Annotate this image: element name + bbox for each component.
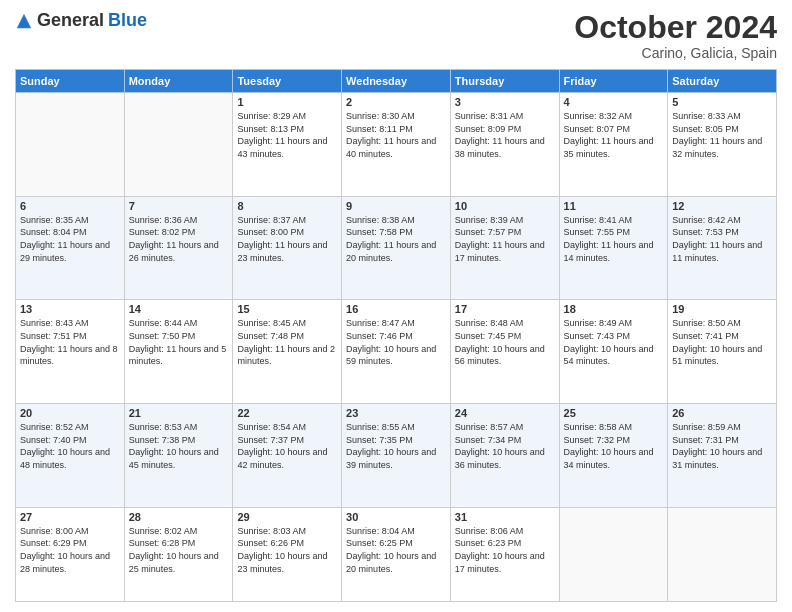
week-row-4: 20Sunrise: 8:52 AMSunset: 7:40 PMDayligh…	[16, 404, 777, 508]
col-sunday: Sunday	[16, 70, 125, 93]
day-cell	[559, 507, 668, 601]
day-info: Sunrise: 8:55 AMSunset: 7:35 PMDaylight:…	[346, 421, 446, 471]
day-info: Sunrise: 8:03 AMSunset: 6:26 PMDaylight:…	[237, 525, 337, 575]
day-number: 12	[672, 200, 772, 212]
day-number: 29	[237, 511, 337, 523]
day-cell: 20Sunrise: 8:52 AMSunset: 7:40 PMDayligh…	[16, 404, 125, 508]
day-number: 5	[672, 96, 772, 108]
week-row-3: 13Sunrise: 8:43 AMSunset: 7:51 PMDayligh…	[16, 300, 777, 404]
day-info: Sunrise: 8:57 AMSunset: 7:34 PMDaylight:…	[455, 421, 555, 471]
day-info: Sunrise: 8:29 AMSunset: 8:13 PMDaylight:…	[237, 110, 337, 160]
day-cell: 1Sunrise: 8:29 AMSunset: 8:13 PMDaylight…	[233, 93, 342, 197]
day-cell: 26Sunrise: 8:59 AMSunset: 7:31 PMDayligh…	[668, 404, 777, 508]
day-cell: 27Sunrise: 8:00 AMSunset: 6:29 PMDayligh…	[16, 507, 125, 601]
logo: GeneralBlue	[15, 10, 147, 31]
day-info: Sunrise: 8:37 AMSunset: 8:00 PMDaylight:…	[237, 214, 337, 264]
day-info: Sunrise: 8:02 AMSunset: 6:28 PMDaylight:…	[129, 525, 229, 575]
col-wednesday: Wednesday	[342, 70, 451, 93]
day-cell: 5Sunrise: 8:33 AMSunset: 8:05 PMDaylight…	[668, 93, 777, 197]
page: GeneralBlue October 2024 Carino, Galicia…	[0, 0, 792, 612]
day-info: Sunrise: 8:54 AMSunset: 7:37 PMDaylight:…	[237, 421, 337, 471]
day-cell: 13Sunrise: 8:43 AMSunset: 7:51 PMDayligh…	[16, 300, 125, 404]
day-cell: 17Sunrise: 8:48 AMSunset: 7:45 PMDayligh…	[450, 300, 559, 404]
day-info: Sunrise: 8:47 AMSunset: 7:46 PMDaylight:…	[346, 317, 446, 367]
day-cell: 16Sunrise: 8:47 AMSunset: 7:46 PMDayligh…	[342, 300, 451, 404]
day-cell: 4Sunrise: 8:32 AMSunset: 8:07 PMDaylight…	[559, 93, 668, 197]
col-tuesday: Tuesday	[233, 70, 342, 93]
day-cell: 7Sunrise: 8:36 AMSunset: 8:02 PMDaylight…	[124, 196, 233, 300]
day-info: Sunrise: 8:53 AMSunset: 7:38 PMDaylight:…	[129, 421, 229, 471]
day-number: 19	[672, 303, 772, 315]
day-info: Sunrise: 8:38 AMSunset: 7:58 PMDaylight:…	[346, 214, 446, 264]
day-cell: 2Sunrise: 8:30 AMSunset: 8:11 PMDaylight…	[342, 93, 451, 197]
day-number: 1	[237, 96, 337, 108]
location: Carino, Galicia, Spain	[574, 45, 777, 61]
day-number: 31	[455, 511, 555, 523]
day-cell: 18Sunrise: 8:49 AMSunset: 7:43 PMDayligh…	[559, 300, 668, 404]
day-info: Sunrise: 8:36 AMSunset: 8:02 PMDaylight:…	[129, 214, 229, 264]
day-info: Sunrise: 8:00 AMSunset: 6:29 PMDaylight:…	[20, 525, 120, 575]
day-cell	[668, 507, 777, 601]
logo-blue: Blue	[108, 10, 147, 31]
day-cell: 28Sunrise: 8:02 AMSunset: 6:28 PMDayligh…	[124, 507, 233, 601]
day-cell: 3Sunrise: 8:31 AMSunset: 8:09 PMDaylight…	[450, 93, 559, 197]
day-number: 27	[20, 511, 120, 523]
day-number: 22	[237, 407, 337, 419]
day-cell: 30Sunrise: 8:04 AMSunset: 6:25 PMDayligh…	[342, 507, 451, 601]
day-cell: 25Sunrise: 8:58 AMSunset: 7:32 PMDayligh…	[559, 404, 668, 508]
day-number: 7	[129, 200, 229, 212]
day-cell: 19Sunrise: 8:50 AMSunset: 7:41 PMDayligh…	[668, 300, 777, 404]
day-cell: 29Sunrise: 8:03 AMSunset: 6:26 PMDayligh…	[233, 507, 342, 601]
day-info: Sunrise: 8:04 AMSunset: 6:25 PMDaylight:…	[346, 525, 446, 575]
day-cell: 22Sunrise: 8:54 AMSunset: 7:37 PMDayligh…	[233, 404, 342, 508]
calendar: Sunday Monday Tuesday Wednesday Thursday…	[15, 69, 777, 602]
day-info: Sunrise: 8:33 AMSunset: 8:05 PMDaylight:…	[672, 110, 772, 160]
col-saturday: Saturday	[668, 70, 777, 93]
day-info: Sunrise: 8:06 AMSunset: 6:23 PMDaylight:…	[455, 525, 555, 575]
col-monday: Monday	[124, 70, 233, 93]
day-cell: 14Sunrise: 8:44 AMSunset: 7:50 PMDayligh…	[124, 300, 233, 404]
day-number: 17	[455, 303, 555, 315]
day-info: Sunrise: 8:58 AMSunset: 7:32 PMDaylight:…	[564, 421, 664, 471]
col-thursday: Thursday	[450, 70, 559, 93]
day-cell: 8Sunrise: 8:37 AMSunset: 8:00 PMDaylight…	[233, 196, 342, 300]
week-row-1: 1Sunrise: 8:29 AMSunset: 8:13 PMDaylight…	[16, 93, 777, 197]
day-number: 18	[564, 303, 664, 315]
day-cell: 23Sunrise: 8:55 AMSunset: 7:35 PMDayligh…	[342, 404, 451, 508]
day-cell: 11Sunrise: 8:41 AMSunset: 7:55 PMDayligh…	[559, 196, 668, 300]
day-cell: 24Sunrise: 8:57 AMSunset: 7:34 PMDayligh…	[450, 404, 559, 508]
day-number: 6	[20, 200, 120, 212]
svg-marker-1	[18, 16, 31, 27]
day-cell: 15Sunrise: 8:45 AMSunset: 7:48 PMDayligh…	[233, 300, 342, 404]
title-section: October 2024 Carino, Galicia, Spain	[574, 10, 777, 61]
logo-icon	[15, 12, 33, 30]
day-info: Sunrise: 8:52 AMSunset: 7:40 PMDaylight:…	[20, 421, 120, 471]
day-info: Sunrise: 8:30 AMSunset: 8:11 PMDaylight:…	[346, 110, 446, 160]
col-friday: Friday	[559, 70, 668, 93]
week-row-2: 6Sunrise: 8:35 AMSunset: 8:04 PMDaylight…	[16, 196, 777, 300]
day-number: 8	[237, 200, 337, 212]
day-info: Sunrise: 8:39 AMSunset: 7:57 PMDaylight:…	[455, 214, 555, 264]
day-info: Sunrise: 8:49 AMSunset: 7:43 PMDaylight:…	[564, 317, 664, 367]
day-info: Sunrise: 8:44 AMSunset: 7:50 PMDaylight:…	[129, 317, 229, 367]
day-cell: 21Sunrise: 8:53 AMSunset: 7:38 PMDayligh…	[124, 404, 233, 508]
header-row: Sunday Monday Tuesday Wednesday Thursday…	[16, 70, 777, 93]
day-cell: 9Sunrise: 8:38 AMSunset: 7:58 PMDaylight…	[342, 196, 451, 300]
day-cell: 31Sunrise: 8:06 AMSunset: 6:23 PMDayligh…	[450, 507, 559, 601]
day-info: Sunrise: 8:32 AMSunset: 8:07 PMDaylight:…	[564, 110, 664, 160]
day-cell: 12Sunrise: 8:42 AMSunset: 7:53 PMDayligh…	[668, 196, 777, 300]
day-info: Sunrise: 8:42 AMSunset: 7:53 PMDaylight:…	[672, 214, 772, 264]
day-cell	[124, 93, 233, 197]
day-info: Sunrise: 8:31 AMSunset: 8:09 PMDaylight:…	[455, 110, 555, 160]
day-number: 23	[346, 407, 446, 419]
day-number: 3	[455, 96, 555, 108]
day-number: 16	[346, 303, 446, 315]
day-info: Sunrise: 8:43 AMSunset: 7:51 PMDaylight:…	[20, 317, 120, 367]
day-info: Sunrise: 8:48 AMSunset: 7:45 PMDaylight:…	[455, 317, 555, 367]
day-info: Sunrise: 8:41 AMSunset: 7:55 PMDaylight:…	[564, 214, 664, 264]
day-number: 9	[346, 200, 446, 212]
day-number: 25	[564, 407, 664, 419]
day-info: Sunrise: 8:59 AMSunset: 7:31 PMDaylight:…	[672, 421, 772, 471]
day-info: Sunrise: 8:45 AMSunset: 7:48 PMDaylight:…	[237, 317, 337, 367]
week-row-5: 27Sunrise: 8:00 AMSunset: 6:29 PMDayligh…	[16, 507, 777, 601]
